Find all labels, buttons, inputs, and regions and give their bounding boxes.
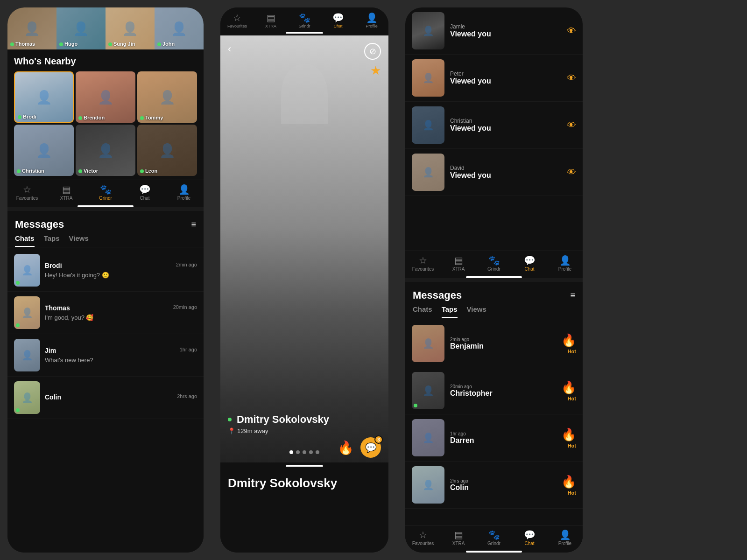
story-john[interactable]: 👤 John	[155, 7, 204, 49]
nav-profile[interactable]: 👤 Profile	[170, 185, 198, 201]
chat-item-thomas[interactable]: 👤 Thomas 20min ago I'm good, you? 🥰	[7, 292, 204, 334]
profile-online-dot	[228, 418, 232, 421]
center-nav-chat-label: Chat	[333, 24, 342, 28]
nearby-christian[interactable]: 👤 Christian	[14, 125, 74, 176]
story-sungjin[interactable]: 👤 Sung Jin	[106, 7, 155, 49]
view-info-christian: Christian Viewed you	[450, 118, 561, 133]
right-nav-xtra-label: XTRA	[452, 266, 465, 272]
chat-time-thomas: 20min ago	[173, 304, 197, 310]
view-action-david: Viewed you	[450, 171, 561, 180]
dot-1[interactable]	[289, 450, 293, 454]
right-nav-xtra[interactable]: ▤ XTRA	[444, 256, 472, 272]
view-avatar-peter: 👤	[412, 59, 444, 97]
right-bottom-fav-label: Favourites	[412, 541, 434, 546]
right-bottom-nav-chat[interactable]: 💬 Chat	[515, 530, 543, 546]
chat-list: 👤 Brodi 2min ago Hey! How's it going? 🙂 …	[7, 249, 204, 553]
right-profile-icon: 👤	[559, 256, 571, 265]
tap-avatar-christopher: 👤	[412, 372, 444, 409]
tab-views[interactable]: Views	[69, 234, 89, 247]
center-nav-profile[interactable]: 👤 Profile	[358, 13, 386, 28]
location-icon: 📍	[228, 427, 235, 434]
tap-name-christopher: Christopher	[450, 389, 556, 398]
center-nav-chat[interactable]: 💬 Chat	[324, 13, 352, 28]
right-filter-icon[interactable]: ≡	[570, 291, 575, 301]
stories-row: 👤 Thomas 👤 Hugo 👤 Sung Jin 👤 John	[7, 7, 204, 49]
chat-item-brodi[interactable]: 👤 Brodi 2min ago Hey! How's it going? 🙂	[7, 249, 204, 292]
profile-main-photo: ‹ ⊘ ★ Dmitry Sokolovsky 📍 129m away 🔥 💬 …	[220, 35, 388, 462]
right-bottom-nav-favourites[interactable]: ☆ Favourites	[409, 530, 437, 546]
hot-section-colin: 🔥 Hot	[561, 475, 576, 496]
dot-2[interactable]	[296, 450, 300, 454]
right-tab-chats[interactable]: Chats	[413, 305, 432, 318]
right-chat-icon: 💬	[524, 256, 536, 265]
dot-4[interactable]	[309, 450, 313, 454]
back-button[interactable]: ‹	[228, 43, 231, 55]
tap-item-christopher[interactable]: 👤 20min ago Christopher 🔥 Hot	[405, 367, 583, 414]
center-grindr-icon: 🐾	[299, 13, 310, 22]
chat-info-thomas: Thomas 20min ago I'm good, you? 🥰	[45, 304, 197, 322]
view-avatar-david: 👤	[412, 154, 444, 191]
flame-button[interactable]: 🔥	[335, 437, 356, 458]
nav-favourites-label: Favourites	[16, 196, 38, 201]
right-nav-fav-label: Favourites	[412, 266, 434, 272]
dot-5[interactable]	[316, 450, 319, 454]
right-messages-title: Messages	[413, 289, 462, 301]
xtra-icon: ▤	[62, 185, 71, 194]
chat-button[interactable]: 💬 3	[360, 437, 381, 458]
view-item-david[interactable]: 👤 David Viewed you 👁	[405, 149, 583, 196]
story-hugo[interactable]: 👤 Hugo	[56, 7, 106, 49]
tap-item-colin[interactable]: 👤 2hrs ago Colin 🔥 Hot	[405, 462, 583, 509]
profile-distance: 📍 129m away	[228, 427, 381, 434]
nearby-brendon[interactable]: 👤 Brendon	[76, 71, 135, 123]
view-info-peter: Peter Viewed you	[450, 70, 561, 85]
hot-label-christopher: Hot	[568, 396, 576, 401]
tab-chats[interactable]: Chats	[15, 234, 35, 247]
right-nav-chat[interactable]: 💬 Chat	[515, 256, 543, 272]
view-item-christian[interactable]: 👤 Christian Viewed you 👁	[405, 102, 583, 149]
right-nav-favourites[interactable]: ☆ Favourites	[409, 256, 437, 272]
tab-taps[interactable]: Taps	[44, 234, 60, 247]
filter-icon[interactable]: ≡	[191, 220, 196, 230]
right-nav-profile[interactable]: 👤 Profile	[551, 256, 579, 272]
right-nav-grindr[interactable]: 🐾 Grindr	[480, 256, 508, 272]
tap-item-darren[interactable]: 👤 1hr ago Darren 🔥 Hot	[405, 414, 583, 462]
center-profile-icon: 👤	[366, 13, 378, 22]
nearby-leon[interactable]: 👤 Leon	[137, 125, 197, 176]
view-item-peter[interactable]: 👤 Peter Viewed you 👁	[405, 55, 583, 102]
favourite-button[interactable]: ★	[370, 63, 381, 78]
nearby-victor[interactable]: 👤 Victor	[76, 125, 135, 176]
tap-info-christopher: 20min ago Christopher	[450, 384, 556, 398]
tap-item-benjamin[interactable]: 👤 2min ago Benjamin 🔥 Hot	[405, 320, 583, 367]
hot-label-colin: Hot	[568, 490, 576, 496]
dot-3[interactable]	[303, 450, 306, 454]
right-bottom-profile-label: Profile	[558, 541, 571, 546]
center-nav-xtra[interactable]: ▤ XTRA	[257, 13, 285, 28]
nav-chat[interactable]: 💬 Chat	[131, 185, 159, 201]
view-action-jamie: Viewed you	[450, 30, 561, 38]
photo-dots	[289, 450, 319, 454]
view-name-peter: Peter	[450, 70, 561, 77]
right-bottom-nav-profile[interactable]: 👤 Profile	[551, 530, 579, 546]
right-messages-tabs: Chats Taps Views	[405, 305, 583, 318]
view-avatar-jamie: 👤	[412, 12, 444, 49]
right-tab-taps[interactable]: Taps	[442, 305, 458, 318]
nav-favourites[interactable]: ☆ Favourites	[13, 185, 41, 201]
block-button[interactable]: ⊘	[364, 43, 381, 60]
right-bottom-nav-grindr[interactable]: 🐾 Grindr	[480, 530, 508, 546]
nearby-brodi[interactable]: 👤 Brodi	[14, 71, 74, 123]
center-nav-favourites[interactable]: ☆ Favourites	[223, 13, 251, 28]
nearby-tommy[interactable]: 👤 Tommy	[137, 71, 197, 123]
right-bottom-nav-xtra[interactable]: ▤ XTRA	[444, 530, 472, 546]
view-name-jamie: Jamie	[450, 23, 561, 30]
view-item-jamie[interactable]: 👤 Jamie Viewed you 👁	[405, 7, 583, 55]
right-tab-views[interactable]: Views	[467, 305, 486, 318]
center-nav-grindr[interactable]: 🐾 Grindr	[290, 13, 318, 28]
chat-item-jim[interactable]: 👤 Jim 1hr ago What's new here?	[7, 334, 204, 377]
eye-icon-peter: 👁	[567, 73, 576, 84]
story-thomas[interactable]: 👤 Thomas	[7, 7, 56, 49]
nav-grindr[interactable]: 🐾 Grindr	[92, 185, 120, 201]
chat-item-colin[interactable]: 👤 Colin 2hrs ago	[7, 377, 204, 419]
nav-xtra[interactable]: ▤ XTRA	[52, 185, 80, 201]
flame-icon-christopher: 🔥	[561, 380, 576, 395]
taps-list: 👤 2min ago Benjamin 🔥 Hot 👤 20min ago	[405, 320, 583, 525]
